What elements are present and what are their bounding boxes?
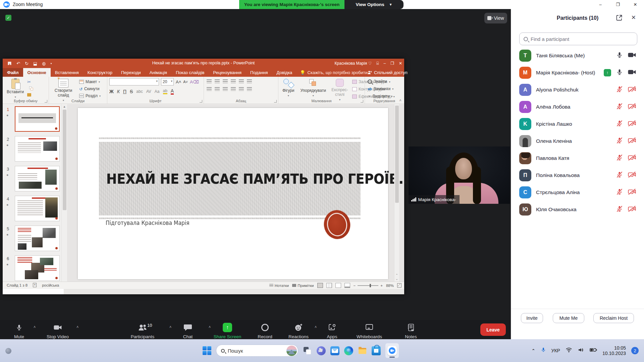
search-input[interactable] bbox=[531, 36, 633, 42]
clock[interactable]: 10:05 10.10.2023 bbox=[602, 345, 626, 356]
drawing-dialog-launcher[interactable] bbox=[361, 100, 363, 103]
cut-icon[interactable]: ✂ bbox=[27, 79, 36, 84]
ppt-tab-file[interactable]: Файл bbox=[3, 68, 23, 77]
font-color-button[interactable]: A bbox=[171, 88, 174, 95]
columns-icon[interactable] bbox=[239, 87, 244, 91]
comments-toggle[interactable]: Примітки bbox=[292, 284, 314, 288]
section-button[interactable]: Розділ▾ bbox=[78, 93, 101, 99]
select-button[interactable]: ➢Виділити▾ bbox=[367, 94, 401, 99]
ppt-tab-5[interactable]: Анімація bbox=[145, 68, 171, 77]
layout-button[interactable]: Макет▾ bbox=[78, 79, 101, 84]
find-button[interactable]: Знайти bbox=[367, 79, 401, 84]
slide-editor[interactable]: НЕХАЙ НЕ ЗГАСАЄ ПАМ’ЯТЬ ПРО ГЕРОЇВ.. Під… bbox=[78, 108, 388, 279]
replace-button[interactable]: abЗамінити▾ bbox=[367, 86, 401, 92]
slide-vertical-scrollbar[interactable]: ⌃⌄ bbox=[394, 104, 399, 282]
ppt-tab-1[interactable]: Основне bbox=[23, 68, 51, 77]
justify-icon[interactable] bbox=[231, 87, 236, 91]
chat-button[interactable]: Chat bbox=[169, 323, 206, 339]
increase-indent-icon[interactable] bbox=[231, 79, 236, 83]
clear-format-icon[interactable]: A⌫ bbox=[190, 79, 199, 84]
text-direction-icon[interactable] bbox=[247, 79, 252, 83]
shadow-button[interactable]: S bbox=[130, 89, 133, 94]
collapse-ribbon-icon[interactable]: ˄ bbox=[399, 98, 401, 102]
presenter-video-thumbnail[interactable]: Марія Краснікова- bbox=[409, 146, 510, 204]
participant-row[interactable]: MМарія Краснікова- (Host)↑ bbox=[511, 64, 644, 81]
file-explorer-icon[interactable] bbox=[358, 346, 367, 355]
mail-icon[interactable] bbox=[330, 346, 339, 355]
battery-icon[interactable] bbox=[590, 348, 597, 354]
notes-toggle[interactable]: Нотатки bbox=[269, 284, 289, 288]
format-painter-icon[interactable] bbox=[27, 93, 31, 97]
notes-button[interactable]: Notes bbox=[392, 323, 429, 339]
font-size-input[interactable]: 20 bbox=[161, 78, 174, 85]
slide-thumbnail-2[interactable]: 2 ✶ bbox=[6, 136, 60, 162]
ppt-tab-6[interactable]: Показ слайдів bbox=[171, 68, 209, 77]
language-indicator[interactable]: УКР bbox=[551, 348, 560, 353]
mute-button[interactable]: Mute bbox=[1, 323, 38, 339]
edge-browser-icon[interactable] bbox=[344, 346, 353, 355]
chevron-up-icon[interactable]: ˄ bbox=[76, 325, 78, 329]
participant-search[interactable] bbox=[519, 33, 637, 45]
smartart-icon[interactable] bbox=[247, 87, 252, 91]
paragraph-dialog-launcher[interactable] bbox=[274, 100, 277, 103]
copy-icon[interactable] bbox=[29, 86, 34, 91]
zoom-slider[interactable]: − + bbox=[354, 284, 383, 288]
participant-row[interactable]: CСтрєльцова Аліна bbox=[511, 184, 644, 201]
normal-view-button[interactable] bbox=[317, 283, 323, 288]
notification-badge[interactable]: 2 bbox=[631, 347, 639, 354]
tray-overflow-icon[interactable]: ⌃ bbox=[532, 348, 535, 353]
participants-button[interactable]: Participants bbox=[124, 323, 161, 339]
bold-button[interactable]: Ж bbox=[109, 89, 114, 94]
zoom-in-icon[interactable]: + bbox=[380, 284, 383, 288]
arrange-button[interactable]: Упорядкувати▾ bbox=[298, 78, 328, 102]
taskbar-search[interactable]: Пошук bbox=[216, 345, 298, 357]
ribbon-display-options-icon[interactable]: ⌸ bbox=[376, 61, 379, 66]
share-screen-button[interactable]: ↑ Share Screen bbox=[209, 323, 246, 339]
change-case-button[interactable]: Aa bbox=[155, 89, 160, 94]
ppt-restore-button[interactable]: ❐ bbox=[390, 61, 394, 66]
search-highlight-image[interactable] bbox=[286, 346, 297, 356]
participant-row[interactable]: Павлова Катя bbox=[511, 149, 644, 167]
quick-styles-button[interactable]: Експрес-стилі▾ bbox=[330, 78, 350, 102]
apps-button[interactable]: Apps bbox=[314, 323, 351, 339]
highlight-button[interactable]: ab bbox=[163, 88, 167, 94]
align-left-icon[interactable] bbox=[207, 87, 212, 91]
participant-row[interactable]: ЮЮля Очаковська bbox=[511, 201, 644, 218]
line-spacing-icon[interactable] bbox=[239, 79, 244, 83]
invite-button[interactable]: Invite bbox=[521, 313, 543, 323]
ppt-tab-7[interactable]: Рецензування bbox=[209, 68, 246, 77]
bullets-icon[interactable] bbox=[207, 79, 212, 83]
clipboard-dialog-launcher[interactable] bbox=[45, 100, 47, 103]
participant-row[interactable]: AАлёна Лобова bbox=[511, 98, 644, 115]
ppt-tab-9[interactable]: Довідка bbox=[272, 68, 297, 77]
chevron-up-icon[interactable]: ˄ bbox=[34, 325, 36, 329]
microsoft-store-icon[interactable] bbox=[372, 346, 381, 355]
decrease-font-icon[interactable]: A˅ bbox=[183, 80, 188, 84]
paste-button[interactable]: Вставити▾ bbox=[5, 78, 26, 99]
fit-slide-icon[interactable] bbox=[397, 283, 401, 288]
italic-button[interactable]: К bbox=[117, 89, 120, 94]
popout-icon[interactable] bbox=[616, 14, 623, 22]
close-button[interactable]: ✕ bbox=[627, 0, 644, 9]
previous-next-slide-buttons[interactable]: ⌃⌄ bbox=[394, 274, 399, 281]
volume-icon[interactable] bbox=[578, 347, 584, 354]
decrease-indent-icon[interactable] bbox=[223, 79, 228, 83]
taskbar-corner-icon[interactable] bbox=[5, 348, 11, 354]
ppt-close-button[interactable]: ✕ bbox=[399, 61, 402, 66]
strikethrough-button[interactable]: abc bbox=[136, 89, 143, 94]
maximize-button[interactable]: ❐ bbox=[609, 0, 627, 9]
font-dialog-launcher[interactable] bbox=[200, 100, 202, 103]
align-right-icon[interactable] bbox=[223, 87, 228, 91]
mute-me-button[interactable]: Mute Me bbox=[553, 313, 584, 323]
teams-chat-icon[interactable] bbox=[317, 346, 326, 355]
underline-button[interactable]: П bbox=[123, 89, 126, 94]
slide-title-box[interactable]: НЕХАЙ НЕ ЗГАСАЄ ПАМ’ЯТЬ ПРО ГЕРОЇВ.. bbox=[99, 142, 361, 216]
reading-view-button[interactable] bbox=[335, 283, 341, 288]
zoom-slider-thumb[interactable] bbox=[370, 284, 371, 287]
record-button[interactable]: Record bbox=[247, 323, 283, 339]
slide-subtitle[interactable]: Підготувала Краснікова Марія bbox=[106, 220, 190, 226]
participant-row[interactable]: KКрістіна Лашко bbox=[511, 115, 644, 132]
close-panel-icon[interactable]: ✕ bbox=[631, 14, 636, 21]
slide-thumbnail-3[interactable]: 3 ✶ bbox=[6, 166, 60, 192]
slide-sorter-view-button[interactable] bbox=[326, 283, 332, 288]
